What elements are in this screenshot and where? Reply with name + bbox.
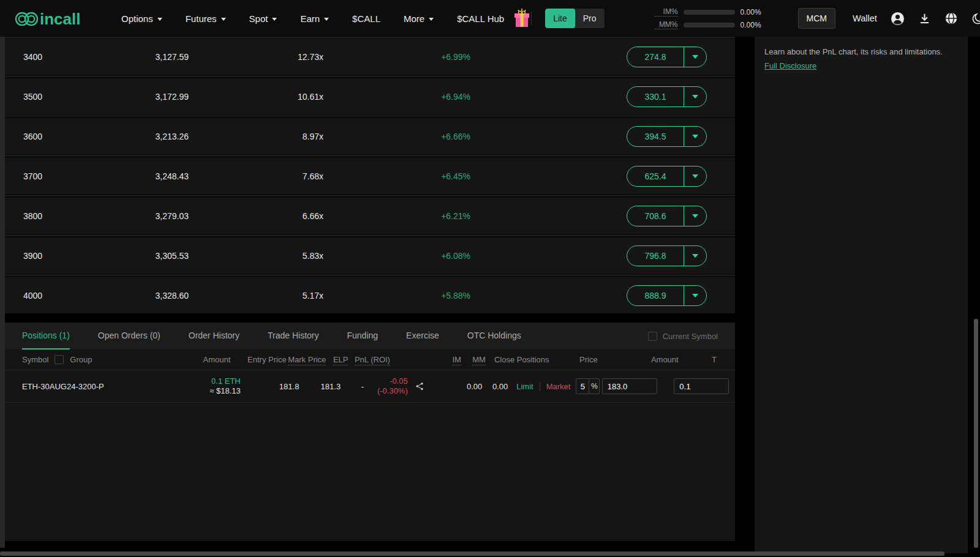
nav-item-more[interactable]: More	[404, 13, 434, 24]
bid-price-button[interactable]: 708.6	[627, 206, 707, 226]
nav-right-cluster: Lite Pro IM% 0.00% MM% 0.00% MCM Wallet	[531, 7, 980, 29]
strike-price: 3700	[5, 171, 78, 181]
option-row-3900[interactable]: 3900 3,305.53 5.83x +6.08% 796.8	[5, 237, 735, 274]
bid-price-button[interactable]: 796.8	[627, 245, 707, 266]
gift-icon[interactable]	[513, 8, 531, 29]
roi-percent: +6.99%	[323, 52, 470, 62]
option-row-4000[interactable]: 4000 3,328.60 5.17x +5.88% 888.9	[5, 277, 735, 313]
nav-item-call-hub[interactable]: $CALL Hub	[457, 13, 504, 24]
bid-dropdown-toggle[interactable]	[684, 214, 706, 218]
breakeven-price: 3,279.03	[78, 211, 189, 221]
row-divider	[5, 274, 735, 277]
bid-price-button[interactable]: 330.1	[627, 86, 707, 107]
bid-price-value: 394.5	[627, 132, 684, 141]
svg-text:incall: incall	[40, 10, 80, 28]
bid-price-value: 796.8	[627, 251, 684, 261]
close-percent-box: 5 %	[576, 378, 600, 394]
close-divider	[540, 382, 540, 391]
bid-price-button[interactable]: 888.9	[627, 285, 707, 306]
coincall-logo[interactable]: incall	[13, 8, 96, 29]
im-ratio-row: IM% 0.00%	[655, 7, 761, 17]
bid-dropdown-toggle[interactable]	[684, 55, 706, 59]
strike-price: 4000	[5, 291, 78, 301]
close-price-input[interactable]	[602, 378, 657, 394]
chevron-down-icon	[692, 254, 698, 258]
nav-item-label: More	[404, 13, 424, 24]
nav-item-options[interactable]: Options	[121, 13, 162, 24]
chevron-down-icon	[692, 135, 698, 138]
option-row-3600[interactable]: 3600 3,213.26 8.97x +6.66% 394.5	[5, 118, 735, 154]
option-row-3500[interactable]: 3500 3,172.99 10.61x +6.94% 330.1	[5, 78, 735, 114]
main-content: 3400 3,127.59 12.73x +6.99% 274.8 3500 3…	[5, 37, 735, 548]
bid-dropdown-toggle[interactable]	[684, 174, 706, 178]
bid-dropdown-toggle[interactable]	[684, 294, 706, 297]
roi-percent: +6.66%	[323, 132, 470, 141]
breakeven-price: 3,305.53	[78, 251, 189, 261]
dark-mode-moon-icon[interactable]	[971, 12, 980, 25]
tab-otc-holdings[interactable]: OTC Holdings	[467, 323, 521, 350]
roi-percent: +5.88%	[323, 291, 470, 301]
share-pnl-icon[interactable]	[415, 382, 424, 391]
bid-dropdown-toggle[interactable]	[684, 135, 706, 138]
page-vertical-scrollbar[interactable]	[974, 319, 978, 548]
roi-value: (-0.30%)	[377, 386, 408, 396]
mcm-button[interactable]: MCM	[798, 8, 835, 29]
tab-open-orders[interactable]: Open Orders (0)	[98, 323, 160, 350]
nav-item-call[interactable]: $CALL	[352, 13, 380, 24]
nav-item-earn[interactable]: Earn	[300, 13, 329, 24]
wallet-button[interactable]: Wallet	[853, 13, 877, 23]
account-avatar-icon[interactable]	[891, 12, 905, 26]
header-im: IM	[405, 355, 461, 364]
tab-order-history[interactable]: Order History	[189, 323, 239, 350]
bid-price-button[interactable]: 394.5	[627, 126, 707, 147]
header-close-positions: Close Positions	[494, 355, 576, 364]
im-label: IM%	[655, 7, 678, 17]
row-divider	[5, 114, 735, 118]
header-pnl-roi: PnL (ROI)	[348, 355, 390, 364]
roi-percent: +6.08%	[323, 251, 470, 261]
close-market-button[interactable]: Market	[546, 382, 571, 391]
lite-toggle-button[interactable]: Lite	[545, 9, 575, 28]
bid-price-button[interactable]: 625.4	[627, 166, 707, 187]
pnl-disclosure-sidebar: Learn about the PnL chart, its risks and…	[755, 37, 968, 553]
bid-price-button[interactable]: 274.8	[627, 47, 707, 67]
tab-trade-history[interactable]: Trade History	[268, 323, 319, 350]
tab-exercise[interactable]: Exercise	[406, 323, 439, 350]
chevron-down-icon	[692, 174, 698, 178]
header-mark-price: Mark Price	[287, 355, 326, 364]
tab-funding[interactable]: Funding	[347, 323, 379, 350]
current-symbol-checkbox[interactable]	[648, 332, 657, 341]
options-strike-table: 3400 3,127.59 12.73x +6.99% 274.8 3500 3…	[5, 37, 735, 313]
close-limit-button[interactable]: Limit	[516, 382, 533, 391]
mm-label: MM%	[655, 20, 678, 29]
row-divider	[5, 37, 735, 39]
pro-toggle-button[interactable]: Pro	[575, 9, 605, 28]
group-checkbox[interactable]	[55, 355, 64, 364]
language-globe-icon[interactable]	[944, 12, 958, 25]
page-horizontal-scrollbar[interactable]	[0, 551, 944, 556]
nav-item-futures[interactable]: Futures	[186, 13, 226, 24]
im-value: 0.00%	[741, 8, 761, 17]
breakeven-price: 3,127.59	[78, 52, 189, 62]
nav-item-label: Earn	[300, 13, 320, 24]
bid-price-value: 888.9	[627, 291, 684, 301]
tab-positions[interactable]: Positions (1)	[22, 323, 70, 350]
download-icon[interactable]	[918, 12, 931, 25]
roi-percent: +6.21%	[323, 211, 470, 221]
option-row-3400[interactable]: 3400 3,127.59 12.73x +6.99% 274.8	[5, 39, 735, 75]
position-amount: 0.1 ETH ≈ $18.13	[187, 376, 241, 396]
close-amount-input[interactable]	[674, 378, 729, 394]
nav-item-spot[interactable]: Spot	[249, 13, 277, 24]
positions-tabs: Positions (1) Open Orders (0) Order Hist…	[5, 323, 735, 350]
bid-dropdown-toggle[interactable]	[684, 95, 706, 99]
header-group: Group	[70, 355, 92, 364]
pnl-value: -0.05	[390, 376, 408, 386]
position-mm: 0.00	[482, 382, 508, 391]
positions-table-header: Symbol Group Amount Entry Price Mark Pri…	[5, 350, 735, 370]
current-symbol-label: Current Symbol	[663, 332, 718, 341]
close-percent-input[interactable]: 5	[576, 382, 589, 391]
bid-dropdown-toggle[interactable]	[684, 254, 706, 258]
option-row-3800[interactable]: 3800 3,279.03 6.66x +6.21% 708.6	[5, 198, 735, 234]
option-row-3700[interactable]: 3700 3,248.43 7.68x +6.45% 625.4	[5, 158, 735, 194]
full-disclosure-link[interactable]: Full Disclosure	[764, 61, 816, 70]
